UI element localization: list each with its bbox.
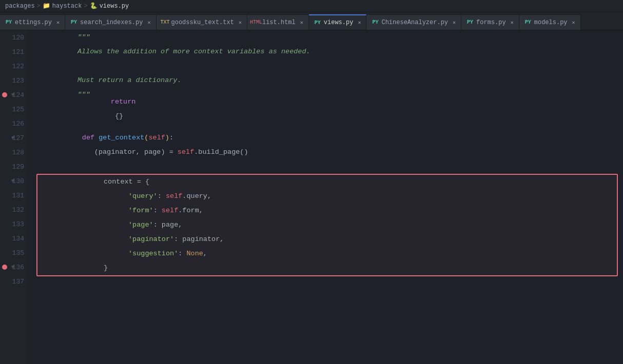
tab-close-views-py[interactable]: ✕ (358, 19, 361, 26)
fold-arrow-127[interactable]: ▼ (11, 135, 14, 141)
line-num-130: ▼ 130 (0, 174, 28, 188)
breadcrumb: packages > 📁 haystack > 🐍 views.py (0, 0, 623, 12)
code-line-121: Allows the addition of more context vari… (36, 45, 618, 59)
line-num-127: ▼ 127 (0, 131, 28, 145)
code-line-122 (36, 59, 618, 73)
tab-icon-settings: PY (5, 19, 12, 26)
code-comma-135: , (203, 250, 207, 257)
breadcrumb-haystack[interactable]: haystack (52, 3, 82, 10)
tab-bar: PY ettings.py ✕ PY search_indexes.py ✕ T… (0, 12, 623, 30)
tab-label-forms-py: forms.py (476, 19, 506, 26)
code-content-120: """ (77, 30, 90, 45)
line-num-123: 123 (0, 73, 28, 88)
code-return-kw: return (111, 98, 136, 106)
tab-close-list-html[interactable]: ✕ (300, 19, 303, 26)
tab-models-py[interactable]: PY models.py ✕ (519, 14, 581, 30)
editor-container: 120 121 122 123 ▼ 124 125 126 ▼ 127 128 … (0, 30, 623, 364)
breadcrumb-file-icon: 🐍 (90, 2, 98, 10)
code-closing-brace: } (104, 264, 108, 272)
tab-views-py[interactable]: PY views.py ✕ (309, 14, 367, 30)
tab-label-settings: ettings.py (15, 19, 52, 26)
fold-arrow-130[interactable]: ▼ (11, 178, 14, 184)
tab-label-goodssku: goodssku_text.txt (171, 19, 234, 26)
code-paginator-assign: (paginator, page) = (94, 148, 178, 156)
line-num-128: 128 (0, 145, 28, 159)
tab-icon-list-html: HTML (252, 19, 260, 26)
tab-label-views-py: views.py (324, 19, 354, 26)
line-num-135: 135 (0, 246, 28, 260)
tab-close-chinese-analyzer[interactable]: ✕ (453, 19, 456, 26)
line-num-136: ▼ 136 (0, 260, 28, 274)
tab-label-models-py: models.py (534, 19, 568, 26)
code-content-121: Allows the addition of more context vari… (77, 45, 310, 59)
code-self-128: self (178, 148, 194, 156)
line-num-131: 131 (0, 188, 28, 203)
tab-chinese-analyzer[interactable]: PY ChineseAnalyzer.py ✕ (366, 14, 461, 30)
tab-forms-py[interactable]: PY forms.py ✕ (461, 14, 519, 30)
tab-icon-forms-py: PY (466, 19, 474, 26)
breadcrumb-active-file[interactable]: views.py (100, 3, 129, 10)
line-num-129: 129 (0, 159, 28, 174)
tab-search-indexes[interactable]: PY search_indexes.py ✕ (65, 14, 156, 30)
tab-close-settings[interactable]: ✕ (56, 19, 60, 26)
tab-close-goodssku[interactable]: ✕ (239, 19, 242, 26)
code-line-135: 'suggestion': None, (37, 247, 617, 261)
tab-label-search-indexes: search_indexes.py (80, 19, 143, 26)
fold-arrow-124[interactable]: ▼ (11, 92, 14, 98)
code-build-page: .build_page() (194, 148, 248, 156)
code-suggestion-key: 'suggestion' (128, 250, 178, 257)
tab-close-models-py[interactable]: ✕ (572, 19, 575, 26)
selection-box: context = { 'query': self.query, 'form':… (36, 174, 618, 276)
line-num-137: 137 (0, 274, 28, 289)
line-num-132: 132 (0, 203, 28, 217)
tab-close-forms-py[interactable]: ✕ (511, 19, 514, 26)
code-line-128: (paginator, page) = self.build_page() (36, 145, 618, 159)
tab-icon-models-py: PY (524, 19, 532, 26)
code-none-val: None (186, 250, 203, 257)
tab-label-list-html: list.html (262, 19, 296, 26)
tab-icon-goodssku: TXT (162, 19, 169, 26)
tab-icon-search-indexes: PY (70, 19, 77, 26)
tab-close-search-indexes[interactable]: ✕ (147, 19, 150, 26)
line-num-122: 122 (0, 59, 28, 73)
breadcrumb-sep-1: > (37, 3, 41, 10)
line-num-120: 120 (0, 30, 28, 45)
code-line-137 (36, 276, 618, 291)
breadcrumb-folder-icon: 📁 (43, 2, 50, 10)
fold-arrow-136[interactable]: ▼ (11, 265, 14, 270)
tab-label-chinese-analyzer: ChineseAnalyzer.py (381, 19, 448, 26)
line-num-124: ▼ 124 (0, 88, 28, 102)
tab-settings[interactable]: PY ettings.py ✕ (0, 14, 65, 30)
code-line-120: """ (36, 30, 618, 45)
tab-icon-chinese-analyzer: PY (372, 19, 379, 26)
code-area[interactable]: """ Allows the addition of more context … (28, 30, 623, 364)
code-colon-135: : (178, 250, 186, 257)
line-num-121: 121 (0, 45, 28, 59)
tab-icon-views-py: PY (314, 19, 321, 26)
line-num-125: 125 (0, 102, 28, 116)
tab-goodssku[interactable]: TXT goodssku_text.txt ✕ (157, 14, 247, 30)
code-line-125: return {} (36, 102, 618, 116)
breadcrumb-packages[interactable]: packages (5, 3, 35, 10)
line-num-134: 134 (0, 231, 28, 246)
tab-list-html[interactable]: HTML list.html ✕ (247, 14, 309, 30)
breadcrumb-sep-2: > (84, 3, 87, 10)
line-num-133: 133 (0, 217, 28, 231)
line-numbers: 120 121 122 123 ▼ 124 125 126 ▼ 127 128 … (0, 30, 28, 364)
line-num-126: 126 (0, 116, 28, 131)
